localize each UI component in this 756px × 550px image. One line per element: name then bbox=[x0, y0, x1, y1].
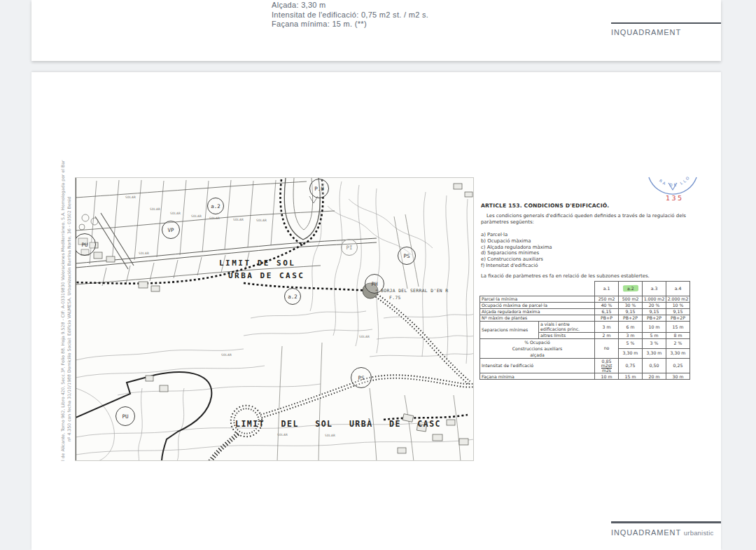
f75-label: F.75 bbox=[389, 295, 401, 300]
zone-spec-lines: Alçada: 3,30 m Intensitat de l'edificaci… bbox=[272, 1, 428, 29]
spec-line-facana: Façana mínima: 15 m. (**) bbox=[272, 20, 428, 29]
row-group-label: % Ocupació Construccions auxiliars alçad… bbox=[480, 338, 595, 358]
spec-line-alcada: Alçada: 3,30 m bbox=[272, 1, 428, 11]
zone-circle-a2-top: a.2 bbox=[207, 198, 224, 214]
section-title-inquadrament: INQUADRAMENT bbox=[611, 28, 681, 36]
section-title-inquadrament-urbanistic: INQUADRAMENT urbanistic bbox=[611, 528, 713, 537]
article-intro: Les condicions generals d'edificació que… bbox=[481, 213, 691, 226]
article-heading: ARTICLE 153. CONDICIONS D'EDIFICACIÓ. bbox=[481, 202, 609, 209]
cell: 0,50 bbox=[643, 358, 666, 373]
cell: 3,30 m bbox=[666, 348, 690, 358]
cell: no bbox=[595, 338, 619, 358]
borja-place-label: BORJA DEL SERRAL D'EN R bbox=[381, 288, 448, 293]
table-row: Parcel·la mínima 250 m2 500 m2 1.000 m2 … bbox=[480, 296, 690, 303]
table-row: Intensitat de l'edificació 0,85 m2stm2s … bbox=[480, 358, 690, 373]
table-row: Separacions mínimes a vials i entre edif… bbox=[480, 322, 690, 333]
col-header-a3: a.3 bbox=[643, 282, 666, 296]
zone-code: PS bbox=[403, 253, 410, 259]
highlight-mark: a.2 bbox=[622, 285, 638, 292]
zone-code: PI bbox=[346, 245, 352, 251]
cell: PB+2P bbox=[619, 315, 643, 322]
solar-label: SOLAR bbox=[209, 216, 220, 220]
zone-circle-pu-top: P.U bbox=[309, 179, 329, 198]
cell: 40 % bbox=[595, 303, 619, 309]
zone-circle-vp: VP bbox=[162, 221, 180, 239]
star-mark-icon: ✳ bbox=[375, 287, 378, 292]
cell: 9,15 bbox=[643, 309, 666, 315]
page-number: 135 bbox=[666, 194, 684, 202]
limit-sol-urba-line1: LIMIT DE SOL bbox=[219, 259, 295, 268]
cell: 2 % bbox=[666, 338, 690, 348]
cell: 15 m bbox=[666, 322, 690, 333]
solar-label: SOLAR bbox=[139, 252, 149, 255]
zone-code: VP bbox=[167, 227, 174, 233]
list-item: c) Alçada reguladora màxima bbox=[481, 245, 552, 251]
zone-code: PU bbox=[122, 413, 128, 420]
cell: 3,30 m bbox=[643, 348, 666, 358]
cell: 2.000 m2 bbox=[666, 296, 690, 303]
cell: PB+P bbox=[595, 315, 619, 322]
table-header-row: a.1 a.2 a.3 a.4 bbox=[480, 282, 690, 296]
urban-limit-dashed bbox=[76, 179, 468, 420]
cell: 9,15 bbox=[666, 309, 690, 315]
stamp-text: RA DE LLO bbox=[659, 174, 692, 187]
solar-label: SOLAR bbox=[221, 353, 232, 357]
row-label: Alçada reguladora màxima bbox=[480, 309, 595, 315]
cell: 8 m bbox=[666, 332, 690, 338]
limit-sol-urba-bottom: LIMIT DEL SOL URBÀ DE CASC bbox=[235, 419, 441, 429]
table-row: Ocupació màxima de parcel·la 40 % 30 % 2… bbox=[480, 303, 690, 309]
map-canvas: P.U a.2 VP PU PI PS PH a.2 PS PU LIMIT D… bbox=[75, 177, 474, 461]
cell: 3,30 m bbox=[619, 348, 643, 358]
article-parameter-list: a) Parcel·la b) Ocupació màxima c) Alçad… bbox=[481, 232, 552, 269]
zone-code: P.U bbox=[314, 186, 324, 192]
row-label: Nº màxim de plantes bbox=[480, 315, 595, 322]
aux-pct-label: % Ocupació bbox=[524, 340, 550, 345]
row-sublabel: a vials i entre edificacions princ. bbox=[539, 322, 595, 333]
zone-circle-pu-low: PU bbox=[115, 406, 135, 426]
intensitat-fraction: m2stm2s bbox=[601, 364, 612, 373]
solar-label: SOLAR bbox=[170, 212, 181, 215]
cell: 10 m bbox=[595, 373, 619, 380]
table-row: % Ocupació Construccions auxiliars alçad… bbox=[480, 338, 690, 348]
list-item: f) Intensitat d'edificació bbox=[481, 263, 552, 269]
cell: PB+2P bbox=[666, 315, 690, 322]
cell: 30 m bbox=[666, 373, 690, 380]
cell: 15 m bbox=[619, 373, 643, 380]
row-sublabel: altres límits bbox=[539, 332, 595, 338]
cell: 1.000 m2 bbox=[643, 296, 666, 303]
list-item: e) Construccions auxiliars bbox=[481, 256, 552, 263]
row-label: Ocupació màxima de parcel·la bbox=[480, 303, 595, 309]
zone-circle-a2-mid: a.2 bbox=[284, 288, 301, 305]
cell: 0,75 bbox=[619, 358, 643, 373]
cell: 500 m2 bbox=[619, 296, 643, 303]
article-scan: RA DE LLO 135 ARTICLE 153. CONDICIONS D'… bbox=[478, 179, 695, 389]
cell: 20 m bbox=[643, 373, 666, 380]
cell: 20 % bbox=[643, 303, 666, 309]
col-header-a4: a.4 bbox=[666, 282, 690, 296]
zone-code: a.2 bbox=[211, 203, 220, 209]
edification-parameters-table: a.1 a.2 a.3 a.4 Parcel·la mínima 250 m2 … bbox=[479, 281, 690, 380]
cell: 2 m bbox=[595, 332, 619, 338]
table-row: Façana mínima 10 m 15 m 20 m 30 m bbox=[480, 373, 690, 380]
list-item: b) Ocupació màxima bbox=[481, 238, 552, 245]
svg-text:RA DE LLO: RA DE LLO bbox=[659, 174, 692, 187]
solar-label: SOLAR bbox=[256, 219, 267, 222]
solar-label: SOLAR bbox=[150, 207, 160, 211]
cadastral-map-scan: l de Alicante, Tomo 962, Libro 420, Secc… bbox=[59, 177, 474, 461]
header-empty-cell bbox=[480, 282, 595, 296]
solar-label: SOLAR bbox=[191, 214, 202, 218]
zone-circle-ps-low: PS bbox=[351, 367, 372, 388]
section-rule bbox=[611, 22, 721, 24]
table-row: Alçada reguladora màxima 6,15 9,15 9,15 … bbox=[480, 309, 690, 315]
cell: 9,15 bbox=[619, 309, 643, 315]
article-note: La fixació de paràmetres es fa en relaci… bbox=[481, 273, 650, 279]
cell: 250 m2 bbox=[595, 296, 619, 303]
col-header-a2: a.2 bbox=[619, 282, 643, 296]
cell: 10 m bbox=[643, 322, 666, 333]
cell: 5 % bbox=[619, 338, 643, 348]
cell: 0,25 bbox=[666, 358, 690, 373]
cell: 3 m bbox=[595, 322, 619, 333]
solar-label: SOLAR bbox=[233, 218, 244, 221]
zone-code: a.2 bbox=[288, 294, 298, 300]
spec-line-intensitat: Intensitat de l'edificació: 0,75 m2 st. … bbox=[272, 11, 428, 20]
